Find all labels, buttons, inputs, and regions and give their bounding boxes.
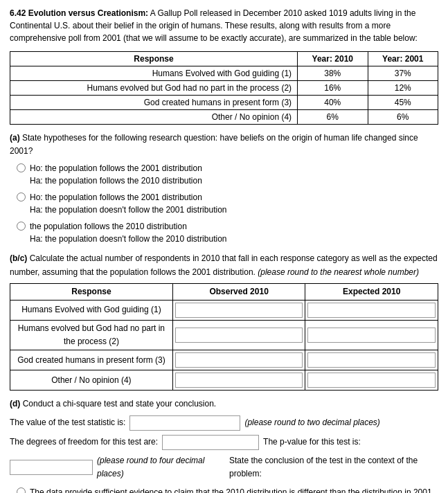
expected-input-1[interactable] <box>307 328 436 343</box>
col-response-header: Response <box>10 52 298 66</box>
bc-col-expected: Expected 2010 <box>305 283 438 300</box>
bc-col-response: Response <box>10 283 173 300</box>
expected-input-cell-0[interactable] <box>305 300 438 320</box>
conclusion-option-1[interactable]: The data provide sufficient evidence to … <box>17 486 438 493</box>
pvalue-note: (please round to four decimal places) <box>97 454 225 481</box>
col-year2010-header: Year: 2010 <box>298 52 368 66</box>
option3-ha: Ha: the population doesn't follow the 20… <box>30 233 226 245</box>
part-d-question: (d) Conduct a chi-square test and state … <box>10 397 438 411</box>
expected-input-cell-2[interactable] <box>305 350 438 370</box>
pvalue-row: (please round to four decimal places) St… <box>10 454 438 481</box>
option1-ho: Ho: the population follows the 2001 dist… <box>30 162 202 174</box>
part-bc-section: (b/c) Calculate the actual number of res… <box>10 252 438 391</box>
conclusion-note: State the conclusion of the test in the … <box>229 454 438 481</box>
statistic-label: The value of the test statistic is: <box>10 416 125 429</box>
year2001-cell: 12% <box>368 81 438 96</box>
year2001-cell: 45% <box>368 96 438 110</box>
pvalue-label: The p-value for this test is: <box>263 436 361 449</box>
bc-response-cell: Other / No opinion (4) <box>10 370 173 391</box>
pvalue-input[interactable] <box>10 460 93 475</box>
observed-input-cell-0[interactable] <box>172 300 305 320</box>
response-cell: Humans evolved but God had no part in th… <box>10 81 298 96</box>
statistic-row: The value of the test statistic is: (ple… <box>10 415 438 431</box>
df-row: The degrees of freedom for this test are… <box>10 435 438 450</box>
problem-title: Evolution versus Creationism: <box>28 8 148 18</box>
radio-a2[interactable] <box>17 192 26 201</box>
observed-input-2[interactable] <box>175 352 303 368</box>
col-year2001-header: Year: 2001 <box>368 52 438 66</box>
bc-response-cell: Humans evolved but God had no part in th… <box>10 320 173 350</box>
statistic-note: (please round to two decimal places) <box>244 416 379 429</box>
observed-input-0[interactable] <box>175 303 303 318</box>
year2010-cell: 40% <box>298 96 368 110</box>
response-cell: Other / No opinion (4) <box>10 110 298 125</box>
bc-table: Response Observed 2010 Expected 2010 Hum… <box>10 283 438 391</box>
part-bc-question: (b/c) Calculate the actual number of res… <box>10 252 438 278</box>
radio-option-3[interactable]: the population follows the 2010 distribu… <box>17 220 438 245</box>
observed-input-cell-3[interactable] <box>172 370 305 391</box>
part-d-section: (d) Conduct a chi-square test and state … <box>10 397 438 493</box>
df-input[interactable] <box>162 435 259 450</box>
expected-input-2[interactable] <box>307 352 436 368</box>
radio-option-2[interactable]: Ho: the population follows the 2001 dist… <box>17 191 438 216</box>
option3-ho: the population follows the 2010 distribu… <box>30 220 226 233</box>
year2010-cell: 38% <box>298 66 368 81</box>
bc-response-cell: Humans Evolved with God guiding (1) <box>10 300 173 320</box>
radio-a1[interactable] <box>17 163 26 172</box>
year2001-cell: 37% <box>368 66 438 81</box>
bc-response-cell: God created humans in present form (3) <box>10 350 173 370</box>
observed-input-1[interactable] <box>175 328 303 343</box>
intro-text: 6.42 Evolution versus Creationism: A Gal… <box>10 7 438 44</box>
option2-ho: Ho: the population follows the 2001 dist… <box>30 191 226 204</box>
data-table: Response Year: 2010 Year: 2001 Humans Ev… <box>10 51 438 125</box>
year2001-cell: 6% <box>368 110 438 125</box>
part-a-section: (a) State hypotheses for the following r… <box>10 132 438 245</box>
df-label: The degrees of freedom for this test are… <box>10 436 158 449</box>
expected-input-cell-3[interactable] <box>305 370 438 391</box>
observed-input-3[interactable] <box>175 373 303 388</box>
response-cell: Humans Evolved with God guiding (1) <box>10 66 298 81</box>
radio-a3[interactable] <box>17 222 26 231</box>
response-cell: God created humans in present form (3) <box>10 96 298 110</box>
expected-input-0[interactable] <box>307 303 436 318</box>
bc-col-observed: Observed 2010 <box>172 283 305 300</box>
expected-input-3[interactable] <box>307 373 436 388</box>
problem-number: 6.42 <box>10 8 26 18</box>
observed-input-cell-2[interactable] <box>172 350 305 370</box>
conclusion-text-1: The data provide sufficient evidence to … <box>30 486 432 493</box>
observed-input-cell-1[interactable] <box>172 320 305 350</box>
expected-input-cell-1[interactable] <box>305 320 438 350</box>
part-a-question: (a) State hypotheses for the following r… <box>10 132 438 158</box>
option1-ha: Ha: the population follows the 2010 dist… <box>30 174 202 187</box>
radio-option-1[interactable]: Ho: the population follows the 2001 dist… <box>17 162 438 187</box>
statistic-input[interactable] <box>129 415 240 431</box>
year2010-cell: 16% <box>298 81 368 96</box>
year2010-cell: 6% <box>298 110 368 125</box>
option2-ha: Ha: the population doesn't follow the 20… <box>30 204 226 216</box>
radio-d1[interactable] <box>17 487 26 493</box>
